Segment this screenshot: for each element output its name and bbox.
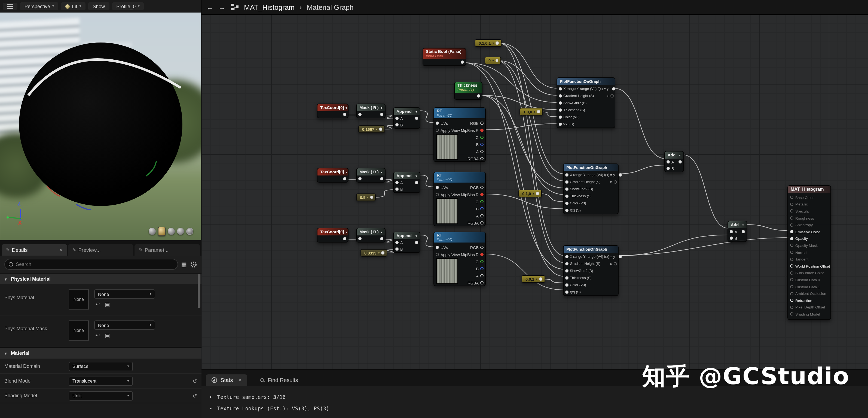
input-pin[interactable] xyxy=(565,255,568,258)
output-pin-b[interactable] xyxy=(480,267,484,270)
output-pin[interactable] xyxy=(742,230,745,233)
input-pin-uvs[interactable] xyxy=(436,246,439,249)
input-pin-mipbias[interactable] xyxy=(436,129,439,132)
output-pin-rgba[interactable] xyxy=(480,281,484,285)
output-pin-x[interactable] xyxy=(610,94,613,97)
input-pin[interactable] xyxy=(790,306,794,309)
input-pin-a[interactable] xyxy=(395,181,399,184)
input-pin-refraction[interactable] xyxy=(790,299,794,302)
input-pin-mipbias[interactable] xyxy=(436,193,439,196)
input-pin-b[interactable] xyxy=(730,237,733,240)
mesh-plane-icon[interactable] xyxy=(168,228,175,235)
output-pin[interactable] xyxy=(343,113,346,116)
input-pin[interactable] xyxy=(565,208,568,212)
output-pin[interactable] xyxy=(496,59,499,62)
node-texcoord-3[interactable]: TexCoord[0]▾ xyxy=(317,228,348,242)
input-pin[interactable] xyxy=(565,269,568,272)
node-append-2[interactable]: Append▾ A B xyxy=(393,172,421,193)
reset-to-default-icon[interactable]: ↺ xyxy=(192,393,197,399)
material-domain-select[interactable]: Surface▾ xyxy=(69,362,133,371)
output-pin[interactable] xyxy=(679,160,682,163)
output-pin-g[interactable] xyxy=(480,200,484,203)
output-pin[interactable] xyxy=(618,173,622,176)
output-pin-a[interactable] xyxy=(480,150,484,153)
forward-arrow-icon[interactable]: → xyxy=(218,3,225,11)
tab-preview[interactable]: ✎Preview... xyxy=(68,244,133,256)
browse-to-asset-icon[interactable]: ▣ xyxy=(105,332,110,338)
output-pin-x[interactable] xyxy=(613,262,617,265)
input-pin[interactable] xyxy=(565,290,568,294)
input-pin[interactable] xyxy=(558,115,562,119)
asset-thumbnail[interactable]: None xyxy=(69,289,89,309)
tab-find-results[interactable]: Find Results xyxy=(255,375,303,386)
profile-dropdown[interactable]: Profile_0▾ xyxy=(112,2,144,10)
node-static-bool[interactable]: Static Bool (False)Input Data xyxy=(423,48,466,66)
output-pin[interactable] xyxy=(343,237,346,240)
back-arrow-icon[interactable]: ← xyxy=(206,3,213,11)
output-pin[interactable] xyxy=(380,177,383,180)
close-icon[interactable]: × xyxy=(60,247,63,252)
output-pin[interactable] xyxy=(612,87,615,90)
show-dropdown[interactable]: Show xyxy=(88,2,109,10)
output-pin[interactable] xyxy=(370,196,373,199)
output-pin[interactable] xyxy=(618,255,622,258)
node-append-3[interactable]: Append▾ A B xyxy=(393,232,421,253)
input-pin[interactable] xyxy=(358,113,362,116)
node-add-2[interactable]: Add▾ A B xyxy=(727,221,747,242)
input-pin[interactable] xyxy=(565,173,568,176)
output-pin-r[interactable] xyxy=(480,129,484,132)
output-pin-rgba[interactable] xyxy=(480,221,484,225)
node-constant-red[interactable]: 1,0,0▾ xyxy=(520,108,542,116)
output-pin[interactable] xyxy=(536,192,539,195)
reset-to-default-icon[interactable]: ↺ xyxy=(192,378,197,384)
output-pin[interactable] xyxy=(461,60,464,64)
node-constant-v4[interactable]: 0,1,0,1▾ xyxy=(475,39,501,47)
output-pin[interactable] xyxy=(380,113,383,116)
input-pin-opacity[interactable] xyxy=(790,237,794,240)
output-pin-a[interactable] xyxy=(480,214,484,217)
tab-stats[interactable]: Stats × xyxy=(206,375,247,386)
node-mask-3[interactable]: Mask ( R )▾ xyxy=(356,228,385,242)
use-selected-asset-icon[interactable]: ↶ xyxy=(95,332,100,338)
use-selected-asset-icon[interactable]: ↶ xyxy=(95,301,100,307)
input-pin[interactable] xyxy=(790,292,794,295)
input-pin-uvs[interactable] xyxy=(436,186,439,189)
input-pin[interactable] xyxy=(565,187,568,190)
input-pin[interactable] xyxy=(565,194,568,198)
input-pin[interactable] xyxy=(790,203,794,206)
blend-mode-select[interactable]: Translucent▾ xyxy=(69,376,133,386)
output-pin[interactable] xyxy=(415,241,418,244)
mesh-cube-icon[interactable] xyxy=(177,228,184,235)
output-pin[interactable] xyxy=(415,181,418,184)
input-pin-uvs[interactable] xyxy=(436,122,439,125)
input-pin-a[interactable] xyxy=(730,230,733,233)
tab-parameters[interactable]: ✎Paramet... xyxy=(134,244,200,256)
input-pin[interactable] xyxy=(790,258,794,261)
input-pin[interactable] xyxy=(565,283,568,287)
node-texture-sample-2[interactable]: RTParam2D UVs Apply View MipBias RGB R G… xyxy=(433,172,486,226)
input-pin[interactable] xyxy=(565,180,568,183)
node-constant-green[interactable]: 0,1,0▾ xyxy=(518,190,541,197)
input-pin[interactable] xyxy=(558,108,562,112)
node-mask-1[interactable]: Mask ( R )▾ xyxy=(356,103,385,118)
output-pin[interactable] xyxy=(539,278,542,281)
preview-viewport[interactable]: Z X xyxy=(0,12,201,240)
input-pin[interactable] xyxy=(358,177,362,180)
node-append-1[interactable]: Append▾ A B xyxy=(393,107,421,129)
node-texture-sample-3[interactable]: RTParam2D UVs Apply View MipBias RGB R G… xyxy=(433,232,486,286)
material-graph-canvas[interactable]: TexCoord[0]▾ Mask ( R )▾ 0.1667▾ Append▾… xyxy=(202,15,868,369)
output-pin[interactable] xyxy=(477,94,480,97)
gear-icon[interactable] xyxy=(190,261,197,268)
asset-thumbnail[interactable]: None xyxy=(69,321,89,340)
view-options-icon[interactable]: ▦ xyxy=(181,261,187,268)
output-pin-r[interactable] xyxy=(480,193,484,196)
output-pin[interactable] xyxy=(380,237,383,240)
output-pin[interactable] xyxy=(496,42,499,45)
output-pin-rgb[interactable] xyxy=(480,246,484,249)
input-pin-emissive[interactable] xyxy=(790,230,794,234)
section-physical-material[interactable]: ▼Physical Material xyxy=(0,273,202,285)
viewport-menu-button[interactable] xyxy=(3,3,18,10)
input-pin-a[interactable] xyxy=(395,117,399,120)
output-pin-g[interactable] xyxy=(480,260,484,263)
mesh-cylinder-icon[interactable] xyxy=(149,228,156,235)
